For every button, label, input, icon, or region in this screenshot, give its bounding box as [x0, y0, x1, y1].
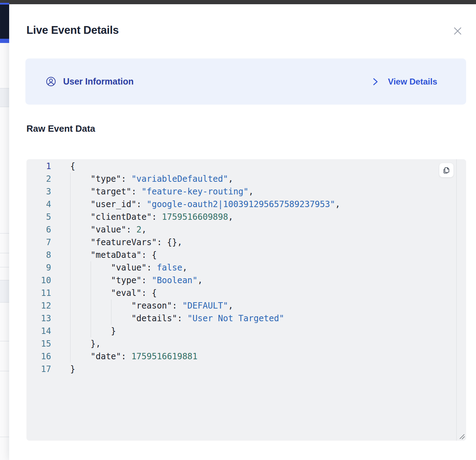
- row-divider: [0, 107, 9, 107]
- line-number: 8: [26, 249, 55, 261]
- code-line: {: [70, 160, 340, 173]
- row-divider: [0, 280, 9, 280]
- user-circle-icon: [46, 76, 56, 87]
- line-number: 15: [26, 337, 55, 350]
- row-divider: [0, 437, 9, 437]
- close-button[interactable]: [451, 24, 464, 38]
- line-number: 4: [26, 198, 55, 211]
- line-number: 17: [26, 363, 55, 375]
- row-divider: [0, 341, 9, 341]
- line-number: 6: [26, 223, 55, 236]
- code-content: { "type": "variableDefaulted", "target":…: [55, 159, 340, 441]
- row-divider: [0, 88, 9, 88]
- live-event-details-modal: Live Event Details User Information View…: [9, 4, 476, 460]
- code-line: "target": "feature-key-routing",: [70, 185, 340, 198]
- code-line: "metaData": {: [70, 249, 340, 261]
- view-details-link[interactable]: View Details: [371, 77, 437, 87]
- line-number: 2: [26, 173, 55, 185]
- line-number: 12: [26, 299, 55, 312]
- line-number-gutter: 1234567891011121314151617: [26, 159, 55, 441]
- raw-event-data-heading: Raw Event Data: [26, 123, 95, 134]
- raw-event-data-editor: 1234567891011121314151617 { "type": "var…: [26, 159, 466, 441]
- code-line: "featureVars": {},: [70, 236, 340, 249]
- line-number: 7: [26, 236, 55, 249]
- line-number: 9: [26, 261, 55, 274]
- line-number: 13: [26, 312, 55, 325]
- editor-right-divider: [456, 159, 457, 441]
- code-line: "value": false,: [70, 261, 340, 274]
- row-divider: [0, 253, 9, 253]
- code-editor-area[interactable]: 1234567891011121314151617 { "type": "var…: [26, 159, 466, 441]
- line-number: 14: [26, 325, 55, 337]
- background-table-rows: [0, 43, 9, 460]
- code-line: "details": "User Not Targeted": [70, 312, 340, 325]
- resize-grip-icon[interactable]: [459, 434, 465, 440]
- view-details-label: View Details: [388, 77, 437, 87]
- line-number: 11: [26, 287, 55, 299]
- code-line: }: [70, 363, 340, 375]
- code-line: "user_id": "google-oauth2|10039129565758…: [70, 198, 340, 211]
- background-page-strip: [0, 3, 9, 460]
- indent-guide: [111, 299, 111, 325]
- row-divider: [0, 267, 9, 267]
- code-line: "date": 1759516619881: [70, 350, 340, 363]
- table-row: [0, 280, 9, 302]
- window-topbar: [0, 0, 476, 4]
- code-line: "type": "variableDefaulted",: [70, 173, 340, 185]
- user-card-label: User Information: [63, 76, 134, 87]
- line-number: 16: [26, 350, 55, 363]
- code-line: },: [70, 337, 340, 350]
- indent-guide: [91, 261, 91, 337]
- background-accent-bar: [0, 39, 9, 43]
- user-information-card[interactable]: User Information View Details: [25, 58, 466, 105]
- line-number: 3: [26, 185, 55, 198]
- page-title: Live Event Details: [26, 24, 119, 37]
- copy-button[interactable]: [439, 163, 454, 178]
- code-line: "reason": "DEFAULT",: [70, 299, 340, 312]
- line-number: 1: [26, 160, 55, 173]
- indent-guide: [70, 173, 71, 363]
- code-line: }: [70, 325, 340, 337]
- line-number: 10: [26, 274, 55, 287]
- background-sidebar: [0, 5, 9, 39]
- user-card-left: User Information: [46, 76, 134, 87]
- code-line: "clientDate": 1759516609898,: [70, 211, 340, 223]
- table-row: [0, 88, 9, 107]
- copy-pages-icon: [443, 166, 451, 174]
- row-divider: [0, 233, 9, 234]
- row-divider: [0, 302, 9, 303]
- row-divider: [0, 371, 9, 371]
- chevron-right-icon: [371, 77, 379, 86]
- code-line: "eval": {: [70, 287, 340, 299]
- code-line: "type": "Boolean",: [70, 274, 340, 287]
- close-icon: [453, 26, 463, 36]
- code-line: "value": 2,: [70, 223, 340, 236]
- line-number: 5: [26, 211, 55, 223]
